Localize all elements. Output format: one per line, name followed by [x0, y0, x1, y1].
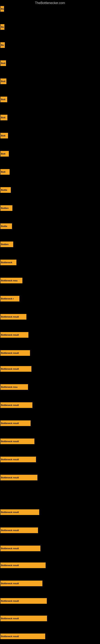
bar-label: Bo: [1, 26, 4, 28]
bar-label: Bottleneck result: [1, 600, 19, 602]
bar-row: Bott: [0, 60, 100, 66]
bottleneck-bar: Bo: [0, 24, 4, 30]
bar-row: Bottleneck resu: [0, 278, 100, 283]
bar-row: Bott: [0, 115, 100, 120]
bar-label: Bottleneck r: [1, 298, 14, 300]
bottleneck-bar: Bottle: [0, 224, 12, 229]
bottleneck-bar: Bottleneck result: [0, 438, 34, 444]
bar-label: Bott: [1, 80, 5, 82]
bottleneck-bar: Bottleneck result: [0, 616, 47, 621]
bottleneck-bar: Bottleneck result: [0, 475, 37, 480]
bottleneck-bar: Bottleneck r: [0, 296, 19, 302]
bar-row: Bottlen: [0, 242, 100, 247]
bottleneck-bar: Bott: [0, 60, 6, 66]
bar-row: Bott: [0, 151, 100, 156]
bar-row: Bottleneck result: [0, 366, 100, 372]
bar-row: Bo: [0, 6, 100, 12]
bar-row: Bottleneck result: [0, 314, 100, 320]
bar-label: Bottleneck: [1, 261, 12, 264]
bar-label: Bottleneck result: [1, 316, 19, 318]
bottleneck-bar: Bottleneck result: [0, 580, 42, 586]
bar-label: Bottlen: [1, 243, 9, 246]
bar-row: Bottleneck result: [0, 402, 100, 408]
bar-row: Bottleneck r: [0, 296, 100, 302]
bottleneck-bar: Bott: [0, 151, 9, 156]
bar-label: Bottle: [1, 225, 7, 228]
bar-row: Bottleneck result: [0, 475, 100, 480]
bar-label: Bottlen: [1, 207, 9, 209]
bottleneck-bar: Bottlen: [0, 205, 12, 211]
bar-row: Bott: [0, 133, 100, 138]
bottleneck-bar: Bottle: [0, 187, 11, 193]
bar-label: Bottleneck resu: [1, 279, 18, 282]
bottleneck-bar: Bott: [0, 133, 8, 138]
bar-label: Bott: [1, 152, 5, 155]
bar-row: Bottleneck result: [0, 509, 100, 515]
bar-label: Bottleneck result: [1, 529, 19, 532]
bar-row: Bo: [0, 42, 100, 48]
bar-row: Bottleneck result: [0, 528, 100, 533]
bar-row: Bottleneck: [0, 260, 100, 265]
bottleneck-bar: Bott: [0, 169, 10, 175]
bar-row: Bottleneck result: [0, 580, 100, 586]
bar-row: Bottlen: [0, 205, 100, 211]
bottleneck-bar: Bottleneck result: [0, 562, 46, 568]
bar-row: Bottle: [0, 224, 100, 229]
bar-label: Bottleneck result: [1, 458, 19, 461]
bar-label: Bott: [1, 116, 5, 119]
bottleneck-bar: Bottleneck result: [0, 350, 30, 356]
bar-label: Bottleneck result: [1, 404, 19, 406]
bottleneck-bar: Bott: [0, 78, 6, 84]
bottleneck-bar: Bottleneck resu: [0, 384, 28, 390]
bar-label: Bott: [1, 62, 5, 64]
bar-row: Bottleneck result: [0, 634, 100, 639]
bar-row: Bottleneck result: [0, 546, 100, 551]
bottleneck-bar: Bottleneck result: [0, 546, 40, 551]
bottleneck-bar: Bottleneck result: [0, 634, 45, 639]
bar-label: Bottleneck result: [1, 368, 19, 370]
bar-label: Bottleneck result: [1, 582, 19, 585]
bar-row: Bottleneck result: [0, 562, 100, 568]
bar-label: Bottleneck result: [1, 334, 19, 336]
bar-row: Bo: [0, 24, 100, 30]
bar-row: Bottle: [0, 187, 100, 193]
bar-row: Bottleneck result: [0, 420, 100, 426]
bar-label: Bottleneck result: [1, 564, 19, 566]
bar-label: Bottleneck result: [1, 476, 19, 479]
bar-label: Bottle: [1, 189, 7, 191]
bar-row: Bottleneck result: [0, 616, 100, 621]
bar-label: Bottleneck result: [1, 422, 19, 424]
bar-label: Bo: [1, 8, 4, 10]
bottleneck-bar: Bottleneck result: [0, 314, 26, 320]
bar-label: Bottleneck result: [1, 617, 19, 620]
bar-label: Bottleneck result: [1, 440, 19, 442]
bar-row: Bottleneck result: [0, 598, 100, 604]
bar-row: Bottleneck result: [0, 350, 100, 356]
bottleneck-bar: Bott: [0, 96, 7, 102]
bottleneck-bar: Bottleneck result: [0, 509, 39, 515]
bottleneck-bar: Bottleneck result: [0, 402, 32, 408]
bar-label: Bottleneck result: [1, 352, 19, 354]
bottleneck-bar: Bottleneck result: [0, 420, 31, 426]
bottleneck-bar: Bott: [0, 115, 7, 120]
bottleneck-bar: Bo: [0, 42, 5, 48]
bar-label: Bott: [1, 134, 5, 137]
bar-label: Bo: [1, 44, 4, 46]
bar-label: Bottleneck result: [1, 547, 19, 550]
bar-row: Bottleneck result: [0, 438, 100, 444]
bar-row: Bottleneck result: [0, 457, 100, 462]
bar-label: Bott: [1, 98, 5, 100]
bar-label: Bottleneck resu: [1, 386, 18, 388]
bar-label: Bott: [1, 171, 5, 173]
bar-row: Bottleneck resu: [0, 384, 100, 390]
bar-label: Bottleneck result: [1, 511, 19, 514]
bar-row: Bott: [0, 96, 100, 102]
bar-row: Bott: [0, 169, 100, 175]
bar-label: Bottleneck result: [1, 635, 19, 638]
bar-row: Bottleneck result: [0, 332, 100, 338]
bottleneck-bar: Bottleneck result: [0, 528, 38, 533]
bottleneck-bar: Bottleneck result: [0, 457, 36, 462]
bottleneck-bar: Bottleneck result: [0, 366, 31, 372]
bottleneck-bar: Bottleneck result: [0, 598, 47, 604]
bottleneck-bar: Bottleneck: [0, 260, 16, 265]
